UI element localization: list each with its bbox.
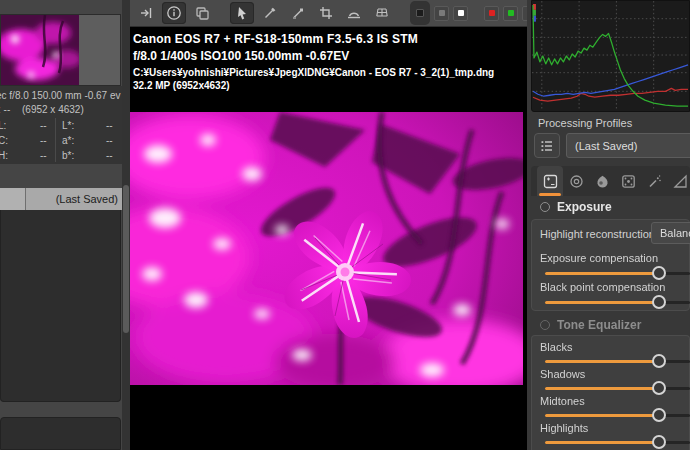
exposure-power-icon[interactable] xyxy=(540,202,550,212)
photo-canvas[interactable] xyxy=(130,112,523,385)
dark-swatch xyxy=(416,9,424,17)
tab-color[interactable] xyxy=(589,166,615,196)
tab-detail[interactable] xyxy=(563,166,589,196)
channel-green-toggle[interactable] xyxy=(503,6,518,21)
white-balance-picker-button[interactable] xyxy=(286,2,310,24)
slider-fill xyxy=(545,414,658,417)
slider-knob[interactable] xyxy=(652,266,666,280)
lab-l-value: -- xyxy=(106,120,113,131)
pointer-tool-button[interactable] xyxy=(230,2,254,24)
shadows-label: Shadows xyxy=(540,368,585,380)
raw-editor-window: ec f/8.0 150.00 mm -0.67 ev : -- (6952 x… xyxy=(0,0,690,450)
exif-dimensions: (6952 x 4632) xyxy=(22,104,84,115)
exif-iso-fragment: : -- xyxy=(0,104,10,115)
blacks-slider[interactable] xyxy=(545,354,690,368)
slider-track xyxy=(545,360,690,363)
collapse-left-icon xyxy=(138,5,154,21)
channel-red-toggle[interactable] xyxy=(484,6,499,21)
grid-icon xyxy=(374,5,390,21)
crop-icon xyxy=(318,5,334,21)
black-point-compensation-slider[interactable] xyxy=(545,295,690,309)
info-icon xyxy=(166,5,182,21)
tab-exposure[interactable] xyxy=(537,166,563,196)
history-last-saved-entry[interactable]: (Last Saved) xyxy=(26,188,122,210)
histogram-panel[interactable] xyxy=(531,0,690,112)
tab-special-effects[interactable] xyxy=(641,166,667,196)
image-info-button[interactable] xyxy=(162,2,186,24)
highlights-slider[interactable] xyxy=(545,435,690,449)
exposure-section-header[interactable]: Exposure xyxy=(540,200,612,214)
background-gray-toggle[interactable] xyxy=(434,6,449,21)
exposure-tab-icon xyxy=(543,174,558,189)
green-swatch xyxy=(508,10,514,16)
transform-tab-icon xyxy=(673,174,688,189)
photo-image xyxy=(130,112,523,385)
slider-knob[interactable] xyxy=(652,354,666,368)
color-tab-icon xyxy=(595,174,610,189)
profile-fill-mode-button[interactable] xyxy=(534,133,560,158)
wb-picker-icon xyxy=(290,5,306,21)
slider-fill xyxy=(545,301,658,304)
slider-track xyxy=(545,272,690,275)
tab-transform[interactable] xyxy=(667,166,690,196)
lab-b-value: -- xyxy=(106,150,113,161)
highlight-reconstruction-label: Highlight reconstruction: xyxy=(540,228,658,240)
midtones-slider[interactable] xyxy=(545,408,690,422)
slider-knob[interactable] xyxy=(652,381,666,395)
cursor-icon xyxy=(234,5,250,21)
lab-a-value: -- xyxy=(106,135,113,146)
eyedropper-icon xyxy=(262,5,278,21)
slider-track xyxy=(545,414,690,417)
red-swatch xyxy=(489,10,495,16)
history-header: (Last Saved) xyxy=(0,188,122,210)
perspective-grid-button[interactable] xyxy=(370,2,394,24)
straighten-tool-button[interactable] xyxy=(342,2,366,24)
midtones-label: Midtones xyxy=(540,395,585,407)
camera-lens-info: Canon EOS R7 + RF-S18-150mm F3.5-6.3 IS … xyxy=(133,32,527,46)
white-swatch xyxy=(458,10,464,16)
tone-equalizer-power-icon[interactable] xyxy=(540,320,550,330)
file-path-info: C:¥Users¥yohnishi¥Pictures¥JpegXlDNG¥Can… xyxy=(133,67,527,78)
snapshots-panel xyxy=(0,417,121,450)
exposure-compensation-slider[interactable] xyxy=(545,266,690,280)
navigator-thumbnail[interactable] xyxy=(1,15,79,85)
profile-list-icon xyxy=(540,139,554,153)
lch-c-value: -- xyxy=(40,135,47,146)
navigator-exif-panel: ec f/8.0 150.00 mm -0.67 ev : -- (6952 x… xyxy=(0,86,122,164)
slider-knob[interactable] xyxy=(652,435,666,449)
tone-equalizer-section-header[interactable]: Tone Equalizer xyxy=(540,318,641,332)
gray-swatch xyxy=(439,10,445,16)
processing-profiles-label: Processing Profiles xyxy=(538,117,632,129)
tab-local-editing[interactable] xyxy=(615,166,641,196)
shadows-slider[interactable] xyxy=(545,381,690,395)
exposure-compensation-label: Exposure compensation xyxy=(540,252,658,264)
history-list[interactable] xyxy=(0,210,121,402)
copy-settings-button[interactable] xyxy=(190,2,214,24)
lch-c-label: C: xyxy=(0,135,8,146)
background-white-toggle[interactable] xyxy=(453,6,468,21)
exposure-section-title: Exposure xyxy=(557,200,612,214)
image-info-overlay: Canon EOS R7 + RF-S18-150mm F3.5-6.3 IS … xyxy=(130,27,527,111)
lab-a-label: a*: xyxy=(62,135,74,146)
slider-track xyxy=(545,387,690,390)
slider-fill xyxy=(545,387,658,390)
processing-profile-select[interactable]: (Last Saved) xyxy=(566,133,690,158)
slider-knob[interactable] xyxy=(652,295,666,309)
collapse-left-panel-button[interactable] xyxy=(134,2,158,24)
lch-h-value: -- xyxy=(40,150,47,161)
slider-fill xyxy=(545,272,658,275)
tool-tabstrip xyxy=(531,166,690,196)
navigator-preview xyxy=(0,14,121,86)
wand-tab-icon xyxy=(647,174,662,189)
crop-tool-button[interactable] xyxy=(314,2,338,24)
slider-knob[interactable] xyxy=(652,408,666,422)
highlight-reconstruction-select[interactable]: Balanced xyxy=(651,222,690,244)
color-picker-button[interactable] xyxy=(258,2,282,24)
highlights-label: Highlights xyxy=(540,422,588,434)
left-panel-scrollbar[interactable] xyxy=(123,185,129,333)
copy-icon xyxy=(194,5,210,21)
background-dark-toggle[interactable] xyxy=(410,1,430,25)
lch-h-label: H: xyxy=(0,150,8,161)
straighten-icon xyxy=(346,5,362,21)
lch-l-label: L: xyxy=(0,120,6,131)
